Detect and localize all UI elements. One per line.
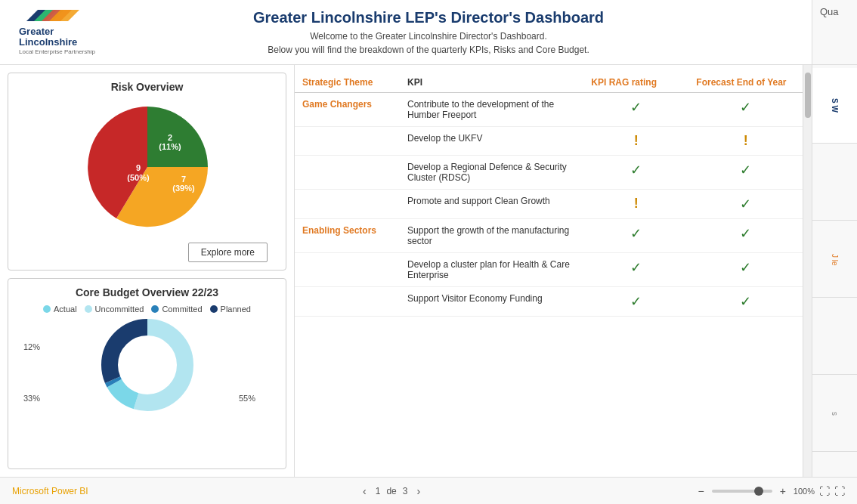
zoom-slider[interactable] — [712, 490, 772, 493]
budget-title: Core Budget Overview 22/23 — [16, 286, 278, 298]
kpi-visitor-economy: Support Visitor Economy Funding — [400, 287, 583, 317]
table-row: Game Changers Contribute to the developm… — [295, 93, 803, 127]
right-strip-item-5[interactable]: s — [812, 376, 857, 452]
col-rag: KPI RAG rating — [583, 73, 688, 93]
footer: Microsoft Power BI ‹ 1 de 3 › − + 100% ⛶… — [0, 477, 857, 504]
kpi-humber: Contribute to the development of the Hum… — [400, 93, 583, 127]
svg-text:7: 7 — [181, 175, 185, 184]
right-strip-item-3[interactable]: J le — [812, 222, 857, 298]
right-strip-item-4[interactable] — [812, 299, 857, 375]
legend-committed: Committed — [151, 305, 202, 314]
budget-legend: Actual Uncommitted Committed Planned — [16, 305, 278, 314]
header-center: Greater Lincolnshire LEP's Director's Da… — [253, 9, 604, 57]
svg-text:(50%): (50%) — [127, 173, 150, 182]
legend-committed-dot — [151, 305, 159, 313]
svg-text:Greater: Greater — [19, 26, 54, 37]
theme-empty-1 — [295, 127, 400, 156]
pct-55-label: 55% — [239, 394, 255, 403]
kpi-clean-growth: Promote and support Clean Growth — [400, 190, 583, 219]
fit-page-icon[interactable]: ⛶ — [819, 485, 830, 497]
rag-manufacturing: ✓ — [583, 219, 688, 253]
risk-pie-svg: 2 (11%) 7 (39%) 9 (50%) — [72, 99, 223, 235]
table-row: Promote and support Clean Growth ! ✓ — [295, 190, 803, 219]
theme-empty-2 — [295, 156, 400, 190]
table-row: Develop a cluster plan for Health & Care… — [295, 253, 803, 287]
subtitle-line1: Welcome to the Greater Lincolnshire Dire… — [310, 31, 547, 42]
table-row: Support Visitor Economy Funding ✓ ✓ — [295, 287, 803, 317]
legend-actual-dot — [43, 305, 51, 313]
legend-actual-label: Actual — [54, 305, 77, 314]
forecast-manufacturing: ✓ — [688, 219, 803, 253]
powerbi-link[interactable]: Microsoft Power BI — [12, 486, 88, 496]
subtitle-line2: Below you will find the breakdown of the… — [268, 45, 589, 55]
rag-ukfv: ! — [583, 127, 688, 156]
kpi-rdsc: Develop a Regional Defence & Security Cl… — [400, 156, 583, 190]
right-strip-item-2[interactable] — [812, 145, 857, 221]
zoom-level: 100% — [794, 487, 815, 496]
kpi-table: Strategic Theme KPI KPI RAG rating Forec… — [295, 73, 803, 317]
theme-empty-5 — [295, 287, 400, 317]
theme-game-changers: Game Changers — [295, 93, 400, 127]
forecast-visitor-economy: ✓ — [688, 287, 803, 317]
scrollbar-thumb[interactable] — [805, 73, 811, 118]
theme-empty-4 — [295, 253, 400, 287]
fullscreen-icon[interactable]: ⛶ — [834, 485, 845, 497]
legend-uncommitted-label: Uncommitted — [95, 305, 144, 314]
risk-chart: 2 (11%) 7 (39%) 9 (50%) — [16, 99, 278, 235]
pct-12-label: 12% — [23, 342, 40, 351]
zoom-controls: − + 100% ⛶ ⛶ — [695, 485, 845, 497]
legend-planned-dot — [210, 305, 218, 313]
header-subtitle: Welcome to the Greater Lincolnshire Dire… — [253, 29, 604, 57]
forecast-clean-growth: ✓ — [688, 190, 803, 219]
col-forecast: Forecast End of Year — [688, 73, 803, 93]
legend-planned: Planned — [210, 305, 251, 314]
rag-health-care: ✓ — [583, 253, 688, 287]
svg-text:Local Enterprise Partnership: Local Enterprise Partnership — [19, 48, 95, 55]
table-row: Enabling Sectors Support the growth of t… — [295, 219, 803, 253]
svg-text:Lincolnshire: Lincolnshire — [19, 36, 77, 48]
main-content: Risk Overview 2 (11%) 7 (39%) 9 (50 — [0, 65, 857, 477]
zoom-out-button[interactable]: − — [695, 485, 707, 497]
table-row: Develop a Regional Defence & Security Cl… — [295, 156, 803, 190]
rag-humber: ✓ — [583, 93, 688, 127]
legend-planned-label: Planned — [221, 305, 251, 314]
right-sidebar-strip: S W J le s — [812, 65, 857, 477]
left-panel: Risk Overview 2 (11%) 7 (39%) 9 (50 — [0, 65, 295, 477]
explore-more-button[interactable]: Explore more — [188, 243, 268, 262]
legend-actual: Actual — [43, 305, 77, 314]
forecast-humber: ✓ — [688, 93, 803, 127]
theme-empty-3 — [295, 190, 400, 219]
budget-donut-chart: 12% 55% 33% — [16, 320, 278, 410]
legend-committed-label: Committed — [162, 305, 202, 314]
forecast-health-care: ✓ — [688, 253, 803, 287]
forecast-ukfv: ! — [688, 127, 803, 156]
kpi-ukfv: Develop the UKFV — [400, 127, 583, 156]
zoom-in-button[interactable]: + — [777, 485, 789, 497]
col-strategic: Strategic Theme — [295, 73, 400, 93]
svg-text:9: 9 — [135, 163, 140, 172]
vertical-scrollbar[interactable] — [803, 65, 812, 477]
page-total: 3 — [403, 486, 408, 496]
page-title: Greater Lincolnshire LEP's Director's Da… — [253, 9, 604, 26]
middle-right-section: Strategic Theme KPI KPI RAG rating Forec… — [295, 65, 857, 477]
prev-page-button[interactable]: ‹ — [360, 485, 370, 497]
kpi-table-panel: Strategic Theme KPI KPI RAG rating Forec… — [295, 65, 803, 477]
table-row: Develop the UKFV ! ! — [295, 127, 803, 156]
logo: Greater Lincolnshire Local Enterprise Pa… — [15, 6, 113, 62]
rag-visitor-economy: ✓ — [583, 287, 688, 317]
header: Greater Lincolnshire Local Enterprise Pa… — [0, 0, 857, 65]
svg-text:(39%): (39%) — [172, 184, 195, 193]
right-strip-item-1[interactable]: S W — [812, 68, 857, 144]
page-current: 1 — [376, 486, 381, 496]
risk-overview-card: Risk Overview 2 (11%) 7 (39%) 9 (50 — [8, 73, 286, 271]
rag-clean-growth: ! — [583, 190, 688, 219]
kpi-health-care: Develop a cluster plan for Health & Care… — [400, 253, 583, 287]
forecast-rdsc: ✓ — [688, 156, 803, 190]
quarter-label: Qua — [812, 0, 857, 64]
kpi-manufacturing: Support the growth of the manufacturing … — [400, 219, 583, 253]
next-page-button[interactable]: › — [413, 485, 423, 497]
col-kpi: KPI — [400, 73, 583, 93]
page-navigation: ‹ 1 de 3 › — [360, 485, 423, 497]
pct-33-label: 33% — [23, 394, 40, 403]
legend-uncommitted-dot — [85, 305, 92, 313]
